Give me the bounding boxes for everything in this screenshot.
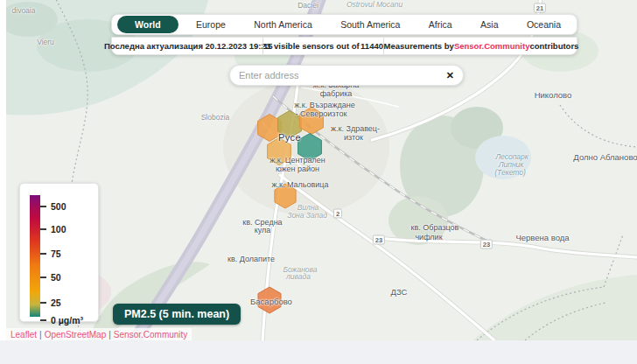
measure-badge[interactable]: PM2.5 (5 min. mean) [113, 304, 241, 325]
sensor-community-link[interactable]: Sensor.Community [454, 41, 530, 51]
page-left-margin [0, 0, 6, 364]
region-tabs: World Europe North America South America… [111, 14, 578, 35]
last-update-text: Последна актуализация 20.12.2023 19:23 [112, 38, 262, 54]
tab-africa[interactable]: Africa [418, 17, 463, 32]
openstreetmap-link[interactable]: OpenStreetMap [45, 330, 107, 340]
tab-world[interactable]: World [117, 16, 178, 33]
attribution-separator: | [108, 330, 111, 340]
status-bar: Последна актуализация 20.12.2023 19:23 1… [111, 37, 578, 55]
credit-text: Measurements by Sensor.Community contrib… [383, 38, 578, 54]
sensor-count: 15 [263, 41, 273, 51]
attribution-separator: | [39, 330, 42, 340]
tab-europe[interactable]: Europe [186, 17, 236, 32]
leaflet-link[interactable]: Leaflet [10, 330, 37, 340]
search-input[interactable] [239, 70, 441, 80]
clear-search-button[interactable]: ✕ [441, 70, 454, 81]
pollution-legend: 5001007550250 µg/m³ [19, 183, 99, 322]
sensor-community-attribution-link[interactable]: Sensor.Community [114, 330, 187, 340]
tab-asia[interactable]: Asia [470, 17, 508, 32]
tab-south-america[interactable]: South America [330, 17, 410, 32]
page-bottom-margin [0, 340, 637, 364]
credit-prefix: Measurements by [384, 41, 454, 51]
app: divoaiaVieruDacieiOstrovul MocanuSlobozi… [0, 0, 637, 364]
sensor-count-label: visible sensors out of [274, 41, 360, 51]
tab-oceania[interactable]: Oceania [516, 17, 571, 32]
sensor-total: 11440 [360, 41, 383, 51]
map-attribution: Leaflet | OpenStreetMap | Sensor.Communi… [6, 328, 192, 340]
tab-north-america[interactable]: North America [243, 17, 323, 32]
visible-sensors-text: 15 visible sensors out of 11440 [262, 38, 383, 54]
credit-suffix: contributors [529, 41, 578, 51]
address-search: ✕ [229, 65, 464, 86]
legend-gradient-bar [30, 195, 40, 317]
